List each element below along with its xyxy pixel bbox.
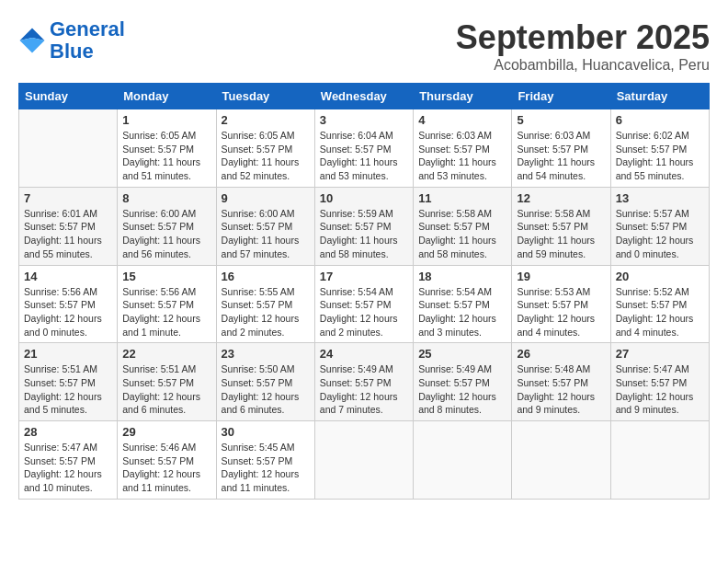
day-info: Sunrise: 5:55 AMSunset: 5:57 PMDaylight:…	[222, 285, 310, 339]
calendar-cell: 9Sunrise: 6:00 AMSunset: 5:57 PMDaylight…	[216, 187, 314, 265]
calendar-cell: 5Sunrise: 6:03 AMSunset: 5:57 PMDaylight…	[512, 109, 610, 188]
day-info: Sunrise: 5:45 AMSunset: 5:57 PMDaylight:…	[222, 441, 310, 495]
day-info: Sunrise: 6:01 AMSunset: 5:57 PMDaylight:…	[24, 207, 112, 261]
calendar-cell: 7Sunrise: 6:01 AMSunset: 5:57 PMDaylight…	[19, 187, 118, 265]
calendar-cell: 29Sunrise: 5:46 AMSunset: 5:57 PMDayligh…	[118, 421, 216, 500]
col-header-tuesday: Tuesday	[216, 84, 314, 109]
day-number: 20	[616, 270, 704, 283]
day-info: Sunrise: 6:03 AMSunset: 5:57 PMDaylight:…	[517, 129, 605, 183]
day-info: Sunrise: 5:51 AMSunset: 5:57 PMDaylight:…	[24, 362, 112, 417]
calendar-cell: 6Sunrise: 6:02 AMSunset: 5:57 PMDaylight…	[610, 109, 709, 188]
calendar-cell: 20Sunrise: 5:52 AMSunset: 5:57 PMDayligh…	[610, 265, 709, 343]
calendar-cell: 23Sunrise: 5:50 AMSunset: 5:57 PMDayligh…	[216, 343, 314, 421]
day-number: 5	[517, 113, 605, 127]
calendar-cell: 30Sunrise: 5:45 AMSunset: 5:57 PMDayligh…	[216, 421, 314, 500]
calendar-cell	[314, 421, 413, 500]
day-number: 16	[222, 270, 310, 283]
day-number: 27	[616, 347, 704, 361]
day-info: Sunrise: 5:48 AMSunset: 5:57 PMDaylight:…	[517, 362, 605, 417]
calendar-cell: 21Sunrise: 5:51 AMSunset: 5:57 PMDayligh…	[19, 343, 118, 421]
location: Acobambilla, Huancavelica, Peru	[456, 57, 710, 74]
col-header-wednesday: Wednesday	[314, 84, 413, 109]
col-header-sunday: Sunday	[19, 84, 118, 109]
day-number: 8	[122, 191, 210, 205]
day-number: 21	[24, 347, 112, 361]
day-number: 11	[418, 191, 506, 205]
day-info: Sunrise: 5:58 AMSunset: 5:57 PMDaylight:…	[517, 207, 605, 261]
calendar-week-row: 14Sunrise: 5:56 AMSunset: 5:57 PMDayligh…	[19, 265, 710, 343]
day-info: Sunrise: 6:04 AMSunset: 5:57 PMDaylight:…	[320, 129, 408, 183]
day-number: 2	[222, 113, 310, 127]
header-row: SundayMondayTuesdayWednesdayThursdayFrid…	[19, 84, 710, 109]
calendar-cell: 11Sunrise: 5:58 AMSunset: 5:57 PMDayligh…	[414, 187, 512, 265]
day-info: Sunrise: 5:54 AMSunset: 5:57 PMDaylight:…	[418, 285, 506, 339]
day-info: Sunrise: 5:50 AMSunset: 5:57 PMDaylight:…	[222, 362, 310, 417]
calendar-cell: 19Sunrise: 5:53 AMSunset: 5:57 PMDayligh…	[512, 265, 610, 343]
calendar-cell: 17Sunrise: 5:54 AMSunset: 5:57 PMDayligh…	[314, 265, 413, 343]
calendar-cell	[512, 421, 610, 500]
day-info: Sunrise: 5:49 AMSunset: 5:57 PMDaylight:…	[418, 362, 506, 417]
calendar-cell: 16Sunrise: 5:55 AMSunset: 5:57 PMDayligh…	[216, 265, 314, 343]
day-number: 22	[122, 347, 210, 361]
calendar-cell	[414, 421, 512, 500]
svg-marker-1	[20, 38, 45, 53]
calendar-week-row: 1Sunrise: 6:05 AMSunset: 5:57 PMDaylight…	[19, 109, 710, 188]
day-info: Sunrise: 6:00 AMSunset: 5:57 PMDaylight:…	[122, 207, 210, 261]
day-info: Sunrise: 5:47 AMSunset: 5:57 PMDaylight:…	[616, 362, 704, 417]
day-info: Sunrise: 5:58 AMSunset: 5:57 PMDaylight:…	[418, 207, 506, 261]
day-number: 1	[122, 113, 210, 127]
col-header-friday: Friday	[512, 84, 610, 109]
day-info: Sunrise: 6:05 AMSunset: 5:57 PMDaylight:…	[122, 129, 210, 183]
day-number: 13	[616, 191, 704, 205]
logo-icon	[18, 27, 46, 54]
day-number: 30	[222, 425, 310, 439]
day-info: Sunrise: 5:49 AMSunset: 5:57 PMDaylight:…	[320, 362, 408, 417]
day-number: 10	[320, 191, 408, 205]
calendar-week-row: 7Sunrise: 6:01 AMSunset: 5:57 PMDaylight…	[19, 187, 710, 265]
calendar-week-row: 21Sunrise: 5:51 AMSunset: 5:57 PMDayligh…	[19, 343, 710, 421]
day-info: Sunrise: 5:52 AMSunset: 5:57 PMDaylight:…	[616, 285, 704, 339]
day-info: Sunrise: 5:59 AMSunset: 5:57 PMDaylight:…	[320, 207, 408, 261]
calendar-cell: 14Sunrise: 5:56 AMSunset: 5:57 PMDayligh…	[19, 265, 118, 343]
calendar-cell: 28Sunrise: 5:47 AMSunset: 5:57 PMDayligh…	[19, 421, 118, 500]
title-block: September 2025 Acobambilla, Huancavelica…	[456, 18, 710, 74]
calendar-cell: 2Sunrise: 6:05 AMSunset: 5:57 PMDaylight…	[216, 109, 314, 188]
day-info: Sunrise: 5:56 AMSunset: 5:57 PMDaylight:…	[24, 285, 112, 339]
day-number: 24	[320, 347, 408, 361]
calendar-week-row: 28Sunrise: 5:47 AMSunset: 5:57 PMDayligh…	[19, 421, 710, 500]
day-info: Sunrise: 5:57 AMSunset: 5:57 PMDaylight:…	[616, 207, 704, 261]
calendar-cell: 25Sunrise: 5:49 AMSunset: 5:57 PMDayligh…	[414, 343, 512, 421]
day-number: 26	[517, 347, 605, 361]
day-info: Sunrise: 6:05 AMSunset: 5:57 PMDaylight:…	[222, 129, 310, 183]
col-header-saturday: Saturday	[610, 84, 709, 109]
day-info: Sunrise: 6:03 AMSunset: 5:57 PMDaylight:…	[418, 129, 506, 183]
calendar-cell: 13Sunrise: 5:57 AMSunset: 5:57 PMDayligh…	[610, 187, 709, 265]
calendar-cell: 22Sunrise: 5:51 AMSunset: 5:57 PMDayligh…	[118, 343, 216, 421]
day-number: 19	[517, 270, 605, 283]
day-info: Sunrise: 5:46 AMSunset: 5:57 PMDaylight:…	[122, 441, 210, 495]
calendar-cell: 10Sunrise: 5:59 AMSunset: 5:57 PMDayligh…	[314, 187, 413, 265]
col-header-monday: Monday	[118, 84, 216, 109]
calendar-cell: 8Sunrise: 6:00 AMSunset: 5:57 PMDaylight…	[118, 187, 216, 265]
day-number: 29	[122, 425, 210, 439]
day-info: Sunrise: 6:00 AMSunset: 5:57 PMDaylight:…	[222, 207, 310, 261]
day-info: Sunrise: 5:47 AMSunset: 5:57 PMDaylight:…	[24, 441, 112, 495]
day-number: 18	[418, 270, 506, 283]
day-info: Sunrise: 5:54 AMSunset: 5:57 PMDaylight:…	[320, 285, 408, 339]
day-number: 9	[222, 191, 310, 205]
calendar-table: SundayMondayTuesdayWednesdayThursdayFrid…	[18, 83, 710, 500]
day-number: 14	[24, 270, 112, 283]
day-number: 25	[418, 347, 506, 361]
calendar-cell: 27Sunrise: 5:47 AMSunset: 5:57 PMDayligh…	[610, 343, 709, 421]
calendar-cell: 18Sunrise: 5:54 AMSunset: 5:57 PMDayligh…	[414, 265, 512, 343]
calendar-cell: 24Sunrise: 5:49 AMSunset: 5:57 PMDayligh…	[314, 343, 413, 421]
calendar-cell: 4Sunrise: 6:03 AMSunset: 5:57 PMDaylight…	[414, 109, 512, 188]
calendar-cell	[19, 109, 118, 188]
day-number: 28	[24, 425, 112, 439]
calendar-cell: 1Sunrise: 6:05 AMSunset: 5:57 PMDaylight…	[118, 109, 216, 188]
calendar-cell: 12Sunrise: 5:58 AMSunset: 5:57 PMDayligh…	[512, 187, 610, 265]
logo-line1: General	[50, 17, 125, 40]
day-info: Sunrise: 6:02 AMSunset: 5:57 PMDaylight:…	[616, 129, 704, 183]
month-title: September 2025	[456, 18, 710, 57]
logo: General Blue	[18, 18, 125, 63]
